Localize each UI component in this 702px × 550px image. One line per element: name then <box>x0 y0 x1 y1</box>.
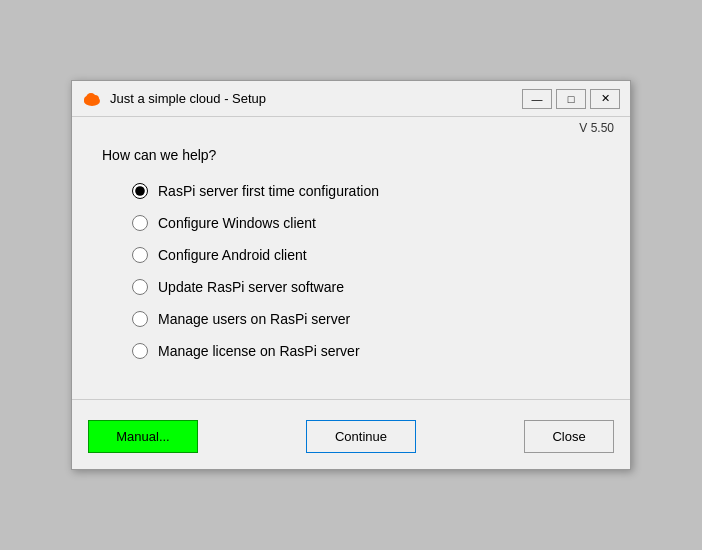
option-5[interactable]: Manage users on RasPi server <box>132 311 600 327</box>
version-label: V 5.50 <box>579 121 614 135</box>
options-group: RasPi server first time configuration Co… <box>132 183 600 359</box>
svg-point-3 <box>86 93 96 103</box>
option-2-label: Configure Windows client <box>158 215 316 231</box>
close-window-button[interactable]: ✕ <box>590 89 620 109</box>
window-title: Just a simple cloud - Setup <box>110 91 522 106</box>
radio-option-4[interactable] <box>132 279 148 295</box>
minimize-button[interactable]: — <box>522 89 552 109</box>
radio-option-1[interactable] <box>132 183 148 199</box>
content-area: How can we help? RasPi server first time… <box>72 137 630 379</box>
option-1[interactable]: RasPi server first time configuration <box>132 183 600 199</box>
option-6[interactable]: Manage license on RasPi server <box>132 343 600 359</box>
maximize-button[interactable]: □ <box>556 89 586 109</box>
radio-option-5[interactable] <box>132 311 148 327</box>
option-3-label: Configure Android client <box>158 247 307 263</box>
app-icon <box>82 89 102 109</box>
radio-option-6[interactable] <box>132 343 148 359</box>
version-bar: V 5.50 <box>72 117 630 137</box>
option-4-label: Update RasPi server software <box>158 279 344 295</box>
manual-button[interactable]: Manual... <box>88 420 198 453</box>
option-4[interactable]: Update RasPi server software <box>132 279 600 295</box>
title-bar: Just a simple cloud - Setup — □ ✕ <box>72 81 630 117</box>
option-1-label: RasPi server first time configuration <box>158 183 379 199</box>
button-row: Manual... Continue Close <box>72 399 630 469</box>
option-6-label: Manage license on RasPi server <box>158 343 360 359</box>
radio-option-2[interactable] <box>132 215 148 231</box>
continue-button[interactable]: Continue <box>306 420 416 453</box>
question-text: How can we help? <box>102 147 600 163</box>
window-controls: — □ ✕ <box>522 89 620 109</box>
radio-option-3[interactable] <box>132 247 148 263</box>
close-button[interactable]: Close <box>524 420 614 453</box>
option-5-label: Manage users on RasPi server <box>158 311 350 327</box>
option-2[interactable]: Configure Windows client <box>132 215 600 231</box>
main-window: Just a simple cloud - Setup — □ ✕ V 5.50… <box>71 80 631 470</box>
option-3[interactable]: Configure Android client <box>132 247 600 263</box>
